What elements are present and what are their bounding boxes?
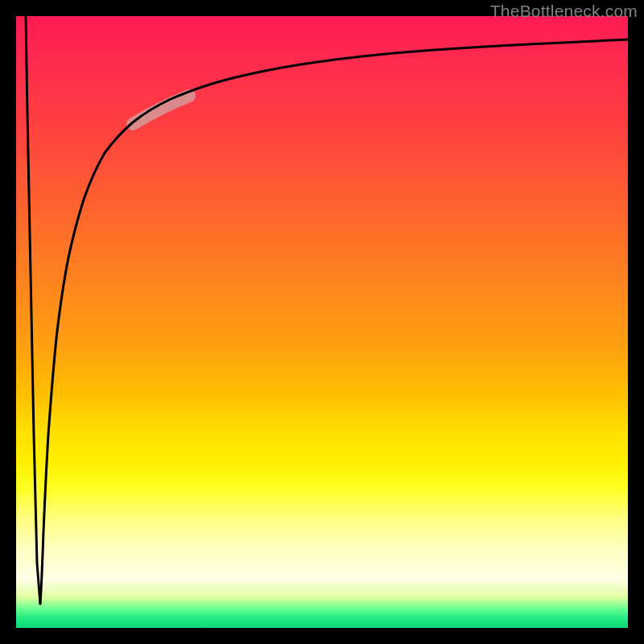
curve-down bbox=[26, 16, 40, 604]
curve-up bbox=[40, 39, 628, 604]
attribution-text: TheBottleneck.com bbox=[490, 2, 638, 21]
curve-layer bbox=[16, 16, 628, 628]
plot-area bbox=[16, 16, 628, 628]
bottleneck-chart: TheBottleneck.com bbox=[0, 0, 644, 644]
highlight-segment bbox=[133, 96, 189, 124]
